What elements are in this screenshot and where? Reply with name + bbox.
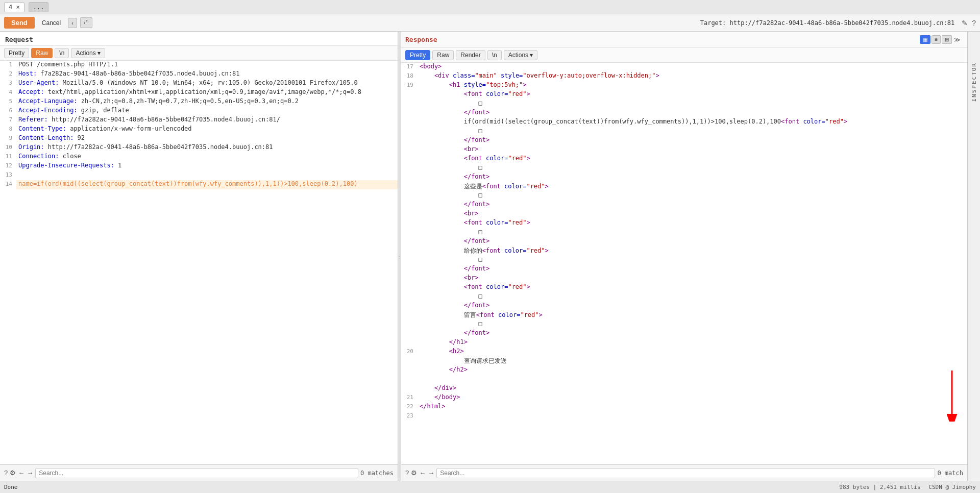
response-code-area[interactable]: 17 <body> 18 <div class="main" style="ov… [401,63,967,464]
request-help-icon[interactable]: ? [4,469,8,477]
response-search-input[interactable] [436,468,935,478]
request-line-5: 5 Accept-Language: zh-CN,zh;q=0.8,zh-TW;… [0,97,398,107]
view-btn-list[interactable]: ≡ [932,35,941,44]
resp-line-sq8: □ [401,320,967,329]
nav-back-button[interactable]: ‹ [68,18,77,28]
resp-line-font1-close: </font> [401,109,967,118]
request-next-match[interactable]: → [27,469,33,477]
request-tab-pretty[interactable]: Pretty [4,48,29,58]
request-line-12: 12 Upgrade-Insecure-Requests: 1 [0,162,398,171]
request-line-11: 11 Connection: close [0,153,398,162]
request-code-area[interactable]: 1 POST /comments.php HTTP/1.1 2 Host: f7… [0,61,398,464]
request-line-13: 13 [0,171,398,180]
resp-line-font8-close: </font> [401,329,967,338]
resp-line-sq4: □ [401,191,967,201]
response-title: Response [405,34,920,45]
response-tab-pretty[interactable]: Pretty [405,50,430,60]
request-prev-match[interactable]: ← [18,469,24,477]
resp-line-br1: <br> [401,145,967,155]
resp-line-font7: <font color="red"> [401,283,967,292]
expand-icon[interactable]: ≫ [954,36,963,43]
resp-line-font7-close: </font> [401,302,967,311]
status-right: 983 bytes | 2,451 millis CSDN @ Jimophy [839,484,976,490]
resp-line-query: 查询请求已发送 [401,357,967,366]
help-icon[interactable]: ? [972,19,976,27]
request-line-8: 8 Content-Type: application/x-www-form-u… [0,125,398,134]
resp-line-21: 21 </body> [401,393,967,403]
response-tab-row: Pretty Raw Render \n Actions ▾ [401,48,967,63]
edit-icon[interactable]: ✎ [962,19,968,27]
request-tab-raw[interactable]: Raw [31,48,53,58]
resp-line-font4-close: </font> [401,201,967,210]
response-actions-button[interactable]: Actions ▾ [504,50,538,60]
response-tab-newline[interactable]: \n [487,50,502,60]
request-search-input[interactable] [35,468,358,478]
response-next-match[interactable]: → [428,469,434,477]
resp-line-gini: 给你的<font color="red"> [401,246,967,256]
resp-line-zheshi: 这些是<font color="red"> [401,182,967,191]
request-line-10: 10 Origin: http://f7a282ac-9041-48a6-b86… [0,143,398,153]
resp-line-font3-close: </font> [401,173,967,182]
request-line-7: 7 Referer: http://f7a282ac-9041-48a6-b86… [0,116,398,125]
resp-line-h2-close: </h2> [401,366,967,375]
tab-active[interactable]: 4 × [4,2,24,12]
resp-line-font5-close: </font> [401,237,967,246]
resp-line-br2: <br> [401,210,967,219]
request-settings-icon[interactable]: ⚙ [10,469,16,477]
nav-fwd-button[interactable]: ›˅ [80,17,92,28]
request-tab-newline[interactable]: \n [55,48,69,58]
toolbar-icons: ✎ ? [962,19,976,27]
status-bytes: 983 bytes | 2,451 millis [839,484,920,490]
status-done: Done [4,484,18,490]
send-button[interactable]: Send [4,17,35,29]
request-actions-button[interactable]: Actions ▾ [71,48,105,58]
view-btn-grid[interactable]: ⊞ [942,35,952,44]
target-url: Target: http://f7a282ac-9041-48a6-b86a-5… [700,19,955,27]
resp-line-sq3: □ [401,164,967,173]
request-search-bar: ? ⚙ ← → 0 matches [0,464,398,481]
resp-line-br3: <br> [401,274,967,283]
resp-line-sq5: □ [401,228,967,237]
view-btn-split[interactable]: ▦ [920,35,930,44]
response-search-bar: ? ⚙ ← → 0 match [401,464,967,481]
resp-line-18: 18 <div class="main" style="overflow-y:a… [401,72,967,81]
resp-line-20: 20 <h2> [401,348,967,357]
resp-line-font2-close: </font> [401,136,967,145]
resp-line-sq6: □ [401,256,967,265]
request-line-1: 1 POST /comments.php HTTP/1.1 [0,61,398,70]
resp-line-h1-close: </h1> [401,338,967,348]
response-prev-match[interactable]: ← [419,469,426,477]
resp-line-empty [401,375,967,384]
request-title: Request [0,32,398,46]
response-tab-render[interactable]: Render [456,50,485,60]
resp-line-17: 17 <body> [401,63,967,72]
response-header-row: Response ▦ ≡ ⊞ ≫ [401,32,967,48]
request-line-3: 3 User-Agent: Mozilla/5.0 (Windows NT 10… [0,79,398,88]
response-help-icon[interactable]: ? [405,469,409,477]
main-content: Request Pretty Raw \n Actions ▾ 1 POST /… [0,32,980,481]
resp-line-sq1: □ [401,100,967,109]
resp-line-19: 19 <h1 style="top:5vh;"> [401,81,967,90]
status-csdn: CSDN @ Jimophy [928,484,976,490]
resp-line-div-close: </div> [401,384,967,393]
resp-line-font5: <font color="red"> [401,219,967,228]
request-panel: Request Pretty Raw \n Actions ▾ 1 POST /… [0,32,398,481]
resp-line-font1: <font color="red"> [401,90,967,100]
resp-line-22: 22 </html> [401,403,967,412]
inspector-panel: INSPECTOR [968,32,980,481]
resp-line-23: 23 [401,412,967,421]
cancel-button[interactable]: Cancel [38,17,65,29]
request-match-count: 0 matches [360,470,394,477]
resp-line-liuyan: 留言<font color="red"> [401,311,967,320]
response-settings-icon[interactable]: ⚙ [411,469,417,477]
resp-line-sq7: □ [401,292,967,302]
tab-dots[interactable]: ... [29,2,49,12]
status-bar: Done 983 bytes | 2,451 millis CSDN @ Jim… [0,481,980,493]
request-line-6: 6 Accept-Encoding: gzip, deflate [0,107,398,116]
resp-line-font3: <font color="red"> [401,155,967,164]
request-line-2: 2 Host: f7a282ac-9041-48a6-b86a-5bbe042f… [0,70,398,79]
response-match-count: 0 match [937,470,963,477]
request-line-14: 14 name=if(ord(mid((select(group_concat(… [0,180,398,189]
response-tab-raw[interactable]: Raw [432,50,454,60]
toolbar: Send Cancel ‹ ›˅ Target: http://f7a282ac… [0,14,980,32]
